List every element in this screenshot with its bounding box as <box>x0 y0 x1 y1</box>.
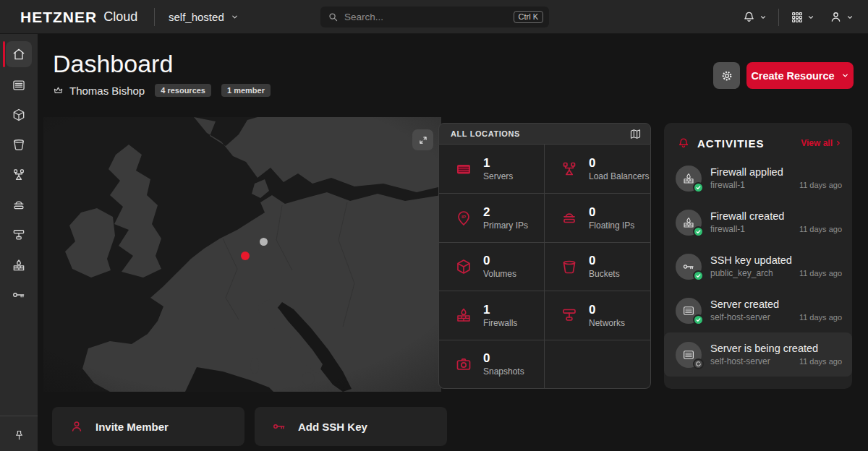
sidebar-item-floating-ips[interactable] <box>6 192 32 218</box>
avatar <box>676 166 702 192</box>
avatar <box>676 342 702 368</box>
activity-item-firewall-applied[interactable]: Firewall applied firewall-1 11 days ago <box>664 156 852 200</box>
add-ssh-key-button[interactable]: Add SSH Key <box>255 407 447 446</box>
pin-icon <box>13 429 25 442</box>
search-input[interactable] <box>344 12 514 22</box>
map-dot-red[interactable] <box>241 252 250 260</box>
key-icon <box>12 288 26 302</box>
invite-member-button[interactable]: Invite Member <box>52 407 244 446</box>
key-icon <box>682 260 695 273</box>
stat-value: 0 <box>589 303 625 317</box>
expand-icon <box>418 135 428 145</box>
success-check-icon <box>693 182 704 193</box>
brand-logo[interactable]: HETZNER Cloud <box>20 0 137 34</box>
stat-cell-load-balancers[interactable]: 0 Load Balancers <box>545 145 650 193</box>
sidebar-item-load-balancers[interactable] <box>6 162 32 188</box>
stat-label: Primary IPs <box>483 220 528 231</box>
success-check-icon <box>693 270 704 281</box>
activity-time: 11 days ago <box>799 225 842 233</box>
svg-text:IP: IP <box>461 214 466 219</box>
chevron-down-icon <box>760 14 767 21</box>
page-title: Dashboard <box>53 50 173 78</box>
search-icon <box>328 12 339 22</box>
floating-ip-icon <box>12 198 26 212</box>
locations-map[interactable] <box>43 117 441 392</box>
home-icon <box>12 47 26 61</box>
person-icon <box>69 419 84 434</box>
view-all-button[interactable]: View all <box>801 138 842 148</box>
invite-member-label: Invite Member <box>95 421 169 433</box>
sidebar-item-firewalls[interactable] <box>6 252 32 278</box>
map-expand-button[interactable] <box>412 129 433 150</box>
topbar: HETZNER Cloud self_hosted Ctrl K <box>0 0 868 34</box>
map-icon[interactable] <box>629 128 642 140</box>
floating-ip-icon <box>561 210 578 227</box>
activity-title: Firewall applied <box>710 166 791 179</box>
activity-title: Firewall created <box>710 210 791 223</box>
activity-item-server-created[interactable]: Server created self-host-server 11 days … <box>664 288 852 332</box>
sidebar-item-volumes[interactable] <box>6 102 32 128</box>
project-switcher[interactable]: self_hosted <box>169 0 239 34</box>
stat-cell-buckets[interactable]: 0 Buckets <box>545 242 650 291</box>
firewall-icon <box>682 172 695 185</box>
volume-cube-icon <box>12 108 26 122</box>
search-shortcut-badge: Ctrl K <box>514 11 544 23</box>
stat-label: Volumes <box>483 269 516 279</box>
chevron-down-icon <box>841 72 849 80</box>
load-balancer-icon <box>12 168 26 182</box>
project-settings-button[interactable] <box>713 62 740 89</box>
sidebar-item-networks[interactable] <box>6 222 32 248</box>
map-dot-gray[interactable] <box>260 238 268 246</box>
stat-cell-firewalls[interactable]: 1 Firewalls <box>439 291 545 339</box>
sidebar <box>0 34 38 451</box>
stat-cell-floating-ips[interactable]: 0 Floating IPs <box>545 193 650 241</box>
avatar <box>676 254 702 280</box>
user-icon <box>829 10 843 24</box>
server-icon <box>455 160 472 178</box>
sidebar-item-buckets[interactable] <box>6 132 32 158</box>
stat-label: Buckets <box>589 269 620 279</box>
load-balancer-icon <box>561 160 578 178</box>
network-icon <box>12 228 26 242</box>
firewall-icon <box>12 258 26 272</box>
sidebar-divider <box>0 416 38 416</box>
activity-item-firewall-created[interactable]: Firewall created firewall-1 11 days ago <box>664 200 852 244</box>
active-indicator <box>3 41 5 67</box>
stat-cell-primary-ips[interactable]: IP 2 Primary IPs <box>439 193 545 241</box>
sidebar-item-ssh-keys[interactable] <box>6 282 32 308</box>
avatar <box>676 298 702 324</box>
stat-label: Firewalls <box>483 318 517 328</box>
activity-time: 11 days ago <box>799 357 842 366</box>
stat-cell-networks[interactable]: 0 Networks <box>545 291 650 339</box>
activity-resource: self-host-server <box>710 312 791 323</box>
locations-selector-label: ALL LOCATIONS <box>451 129 520 138</box>
apps-grid-icon <box>791 11 804 24</box>
sidebar-item-pin[interactable] <box>6 422 32 448</box>
gear-icon <box>720 69 733 82</box>
sidebar-item-home[interactable] <box>6 41 32 67</box>
create-resource-button[interactable]: Create Resource <box>746 62 854 89</box>
notifications-menu-button[interactable] <box>739 7 770 27</box>
resources-count-badge: 4 resources <box>155 84 211 97</box>
locations-stats-panel: ALL LOCATIONS 1 Servers 0 Load Balancers <box>438 123 651 389</box>
search-box[interactable]: Ctrl K <box>320 7 549 27</box>
members-count-badge: 1 member <box>221 84 271 97</box>
activities-header: ACTIVITIES View all <box>664 123 852 156</box>
success-check-icon <box>693 314 704 325</box>
stat-cell-volumes[interactable]: 0 Volumes <box>439 242 545 291</box>
stat-cell-snapshots[interactable]: 0 Snapshots <box>439 340 545 388</box>
stat-label: Servers <box>483 171 513 181</box>
stat-cell-servers[interactable]: 1 Servers <box>439 145 545 193</box>
activities-title: ACTIVITIES <box>697 137 765 150</box>
stat-value: 1 <box>483 156 513 171</box>
account-menu-button[interactable] <box>826 7 856 27</box>
apps-menu-button[interactable] <box>788 8 817 27</box>
locations-selector[interactable]: ALL LOCATIONS <box>438 123 651 145</box>
stat-label: Snapshots <box>483 366 524 377</box>
stat-value: 0 <box>589 254 620 268</box>
firewall-icon <box>682 216 695 229</box>
activity-resource: firewall-1 <box>710 179 791 191</box>
activity-item-server-being-created[interactable]: Server is being created self-host-server… <box>664 332 852 377</box>
sidebar-item-servers[interactable] <box>6 72 32 98</box>
activity-item-ssh-key-updated[interactable]: SSH key updated public_key_arch 11 days … <box>664 244 852 288</box>
